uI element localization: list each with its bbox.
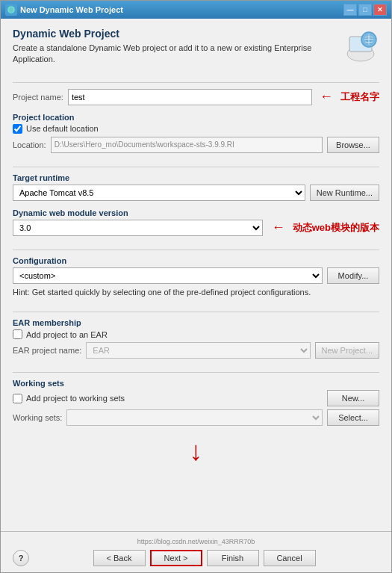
dynamic-web-module-select[interactable]: 3.0	[13, 220, 263, 236]
project-name-label: Project name:	[13, 93, 63, 102]
content-area: Dynamic Web Project Create a standalone …	[1, 19, 391, 531]
location-input	[51, 137, 323, 153]
new-project-button: New Project...	[315, 342, 379, 359]
select-working-set-button[interactable]: Select...	[327, 409, 379, 426]
project-location-section: Project location Use default location Lo…	[13, 113, 379, 153]
configuration-section: Configuration <custom> Modify... Hint: G…	[13, 256, 379, 298]
working-sets-field-label: Working sets:	[13, 413, 62, 422]
cancel-button[interactable]: Cancel	[264, 550, 316, 566]
dynamic-web-module-label: Dynamic web module version	[13, 208, 379, 217]
footer-buttons: ? < Back Next > Finish Cancel	[13, 550, 379, 566]
working-sets-row: Working sets: Select...	[13, 409, 379, 426]
working-sets-section: Working sets Add project to working sets…	[13, 379, 379, 426]
add-to-ear-checkbox[interactable]	[13, 329, 22, 339]
ear-project-row: EAR project name: EAR New Project...	[13, 342, 379, 359]
nav-buttons: < Back Next > Finish Cancel	[93, 550, 316, 566]
location-label: Location:	[13, 140, 46, 149]
separator-4	[13, 312, 379, 312]
header-icon	[342, 28, 379, 65]
ear-project-label: EAR project name:	[13, 346, 81, 355]
module-version-annotation: 动态web模块的版本	[293, 221, 379, 235]
target-runtime-label: Target runtime	[13, 173, 379, 182]
ear-membership-label: EAR membership	[13, 318, 379, 327]
separator-1	[13, 82, 379, 83]
add-to-ear-label: Add project to an EAR	[26, 330, 108, 339]
add-to-ear-row: Add project to an EAR	[13, 329, 379, 339]
configuration-label: Configuration	[13, 256, 379, 265]
working-sets-select	[66, 409, 323, 426]
dialog-description: Create a standalone Dynamic Web project …	[13, 43, 335, 66]
use-default-row: Use default location	[13, 124, 379, 134]
configuration-hint: Hint: Get started quickly by selecting o…	[13, 287, 379, 298]
project-name-annotation: 工程名字	[340, 90, 379, 104]
finish-button[interactable]: Finish	[207, 550, 259, 566]
project-name-section: Project name: ← 工程名字	[13, 89, 379, 105]
target-runtime-row: Apache Tomcat v8.5 New Runtime...	[13, 185, 379, 201]
target-runtime-section: Target runtime Apache Tomcat v8.5 New Ru…	[13, 173, 379, 201]
next-button[interactable]: Next >	[150, 550, 202, 566]
working-sets-label: Working sets	[13, 379, 379, 388]
separator-2	[13, 167, 379, 167]
ear-membership-section: EAR membership Add project to an EAR EAR…	[13, 318, 379, 359]
window-title: New Dynamic Web Project	[20, 5, 343, 14]
configuration-select[interactable]: <custom>	[13, 267, 323, 284]
add-to-working-sets-label: Add project to working sets	[26, 394, 125, 403]
use-default-label: Use default location	[26, 124, 99, 133]
big-arrow-container: ↓	[13, 438, 379, 465]
maximize-button[interactable]: □	[358, 4, 372, 16]
new-runtime-button[interactable]: New Runtime...	[310, 185, 379, 201]
project-location-label: Project location	[13, 113, 379, 122]
project-name-input[interactable]	[68, 89, 312, 105]
new-working-set-button[interactable]: New...	[327, 390, 379, 406]
footer: https://blog.csdn.net/weixin_43RRR70b ? …	[1, 531, 391, 572]
header-section: Dynamic Web Project Create a standalone …	[13, 28, 379, 66]
add-to-working-sets-checkbox[interactable]	[13, 394, 22, 403]
location-row: Location: Browse...	[13, 137, 379, 153]
watermark: https://blog.csdn.net/weixin_43RRR70b	[137, 538, 255, 545]
window-icon	[5, 4, 17, 16]
browse-button[interactable]: Browse...	[327, 137, 379, 153]
minimize-button[interactable]: —	[343, 4, 357, 16]
add-to-working-sets-row: Add project to working sets New...	[13, 390, 379, 406]
back-button[interactable]: < Back	[93, 550, 146, 566]
main-window: New Dynamic Web Project — □ ✕ Dynamic We…	[0, 0, 392, 573]
title-bar: New Dynamic Web Project — □ ✕	[1, 1, 391, 19]
ear-project-select: EAR	[86, 342, 310, 359]
module-version-arrow: ←	[272, 220, 285, 235]
big-down-arrow: ↓	[190, 438, 203, 465]
close-button[interactable]: ✕	[373, 4, 387, 16]
target-runtime-select[interactable]: Apache Tomcat v8.5	[13, 185, 305, 201]
dynamic-web-module-section: Dynamic web module version 3.0 ← 动态web模块…	[13, 208, 379, 236]
separator-3	[13, 250, 379, 250]
use-default-checkbox[interactable]	[13, 124, 22, 134]
header-text: Dynamic Web Project Create a standalone …	[13, 28, 335, 66]
help-button[interactable]: ?	[13, 550, 29, 566]
modify-button[interactable]: Modify...	[327, 267, 379, 284]
configuration-row: <custom> Modify...	[13, 267, 379, 284]
project-name-arrow: ←	[320, 89, 333, 105]
separator-5	[13, 372, 379, 373]
dialog-title: Dynamic Web Project	[13, 28, 335, 40]
title-controls: — □ ✕	[343, 4, 387, 16]
